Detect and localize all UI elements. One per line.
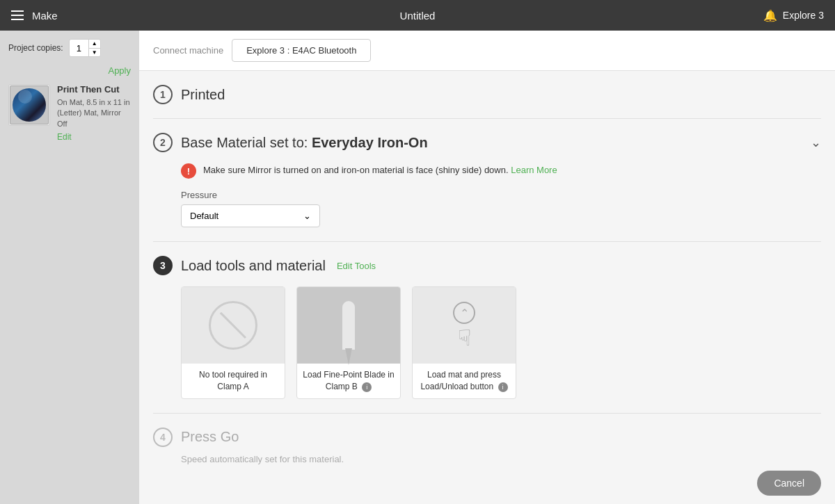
document-title: Untitled bbox=[400, 10, 436, 22]
warning-icon: ! bbox=[181, 163, 196, 179]
tool-3-info-icon[interactable]: i bbox=[498, 382, 508, 392]
explore-label[interactable]: Explore 3 bbox=[783, 10, 824, 21]
header: Make Untitled 🔔 Explore 3 bbox=[0, 0, 835, 31]
pressure-label: Pressure bbox=[181, 190, 821, 200]
step-2-content: ! Make sure Mirror is turned on and iron… bbox=[153, 163, 821, 227]
main-content: Connect machine Explore 3 : E4AC Bluetoo… bbox=[139, 31, 835, 504]
steps-container: 1 Printed 2 Base Material set to: Everyd… bbox=[139, 71, 835, 492]
step-4-circle: 4 bbox=[153, 428, 173, 447]
layout: Project copies: 1 ▲ ▼ Apply Print Then C… bbox=[0, 31, 835, 504]
step-4-header: 4 Press Go bbox=[153, 428, 821, 447]
copies-down-arrow[interactable]: ▼ bbox=[89, 48, 100, 57]
tool-image-2 bbox=[297, 287, 400, 364]
step-2-header: 2 Base Material set to: Everyday Iron-On… bbox=[153, 133, 821, 152]
tools-grid: No tool required in Clamp A Load Fine-Po… bbox=[153, 286, 821, 399]
tool-2-info-icon[interactable]: i bbox=[362, 382, 372, 392]
step-2-material: Everyday Iron-On bbox=[312, 135, 428, 150]
no-tool-icon bbox=[209, 301, 257, 350]
project-copies-row: Project copies: 1 ▲ ▼ bbox=[8, 39, 131, 57]
pressure-chevron-icon: ⌄ bbox=[303, 211, 311, 221]
step-1-title: Printed bbox=[181, 87, 225, 103]
step-3-title: Load tools and material bbox=[181, 258, 326, 274]
warning-box: ! Make sure Mirror is turned on and iron… bbox=[181, 163, 821, 179]
step-4-subtitle: Speed automatically set for this materia… bbox=[153, 454, 821, 464]
pressure-select[interactable]: Default ⌄ bbox=[181, 204, 320, 227]
tool-label-1: No tool required in Clamp A bbox=[182, 364, 285, 398]
copies-up-arrow[interactable]: ▲ bbox=[89, 40, 100, 48]
step-3-header: 3 Load tools and material Edit Tools bbox=[153, 256, 821, 275]
step-3: 3 Load tools and material Edit Tools No … bbox=[153, 242, 821, 414]
edit-tools-link[interactable]: Edit Tools bbox=[337, 261, 376, 271]
step-2-circle: 2 bbox=[153, 133, 173, 152]
step-4-title: Press Go bbox=[181, 429, 239, 445]
project-details: On Mat, 8.5 in x 11 in (Letter) Mat, Mir… bbox=[57, 97, 131, 129]
footer: Cancel bbox=[743, 462, 835, 504]
step-2: 2 Base Material set to: Everyday Iron-On… bbox=[153, 119, 821, 242]
step-1-header: 1 Printed bbox=[153, 85, 821, 104]
tool-label-3: Load mat and press Load/Unload button i bbox=[413, 364, 516, 398]
load-button-circle: ⌃ bbox=[453, 302, 475, 324]
project-name: Print Then Cut bbox=[57, 84, 131, 95]
tool-label-2: Load Fine-Point Blade in Clamp B i bbox=[297, 364, 400, 398]
connect-machine-label: Connect machine bbox=[153, 45, 223, 56]
tool-card-3: ⌃ ☟ Load mat and press Load/Unload butto… bbox=[412, 286, 516, 399]
bell-icon[interactable]: 🔔 bbox=[763, 9, 777, 22]
copies-value[interactable]: 1 bbox=[70, 40, 88, 56]
warning-text: Make sure Mirror is turned on and iron-o… bbox=[203, 163, 557, 177]
project-copies-label: Project copies: bbox=[8, 43, 63, 53]
apply-button[interactable]: Apply bbox=[8, 65, 131, 76]
learn-more-link[interactable]: Learn More bbox=[511, 165, 557, 175]
step-3-circle: 3 bbox=[153, 256, 173, 275]
project-thumbnail bbox=[8, 84, 50, 126]
topbar: Connect machine Explore 3 : E4AC Bluetoo… bbox=[139, 31, 835, 71]
step-2-title: Base Material set to: Everyday Iron-On bbox=[181, 135, 428, 151]
step-4: 4 Press Go Speed automatically set for t… bbox=[153, 414, 821, 478]
sidebar: Project copies: 1 ▲ ▼ Apply Print Then C… bbox=[0, 31, 139, 504]
thumbnail-image bbox=[13, 88, 46, 122]
edit-link[interactable]: Edit bbox=[57, 132, 131, 142]
tool-card-1: No tool required in Clamp A bbox=[181, 286, 285, 399]
app-name: Make bbox=[32, 10, 58, 22]
header-left: Make bbox=[11, 10, 58, 22]
hamburger-icon[interactable] bbox=[11, 10, 24, 20]
step-1-circle: 1 bbox=[153, 85, 173, 104]
pressure-value: Default bbox=[190, 211, 218, 221]
step-1: 1 Printed bbox=[153, 71, 821, 119]
project-item: Print Then Cut On Mat, 8.5 in x 11 in (L… bbox=[8, 84, 131, 142]
connect-machine-button[interactable]: Explore 3 : E4AC Bluetooth bbox=[232, 39, 371, 62]
step-2-expand-icon[interactable]: ⌄ bbox=[811, 135, 821, 150]
hand-pointing-icon: ☟ bbox=[458, 327, 471, 349]
tool-card-2: Load Fine-Point Blade in Clamp B i bbox=[296, 286, 401, 399]
tool-image-1 bbox=[182, 287, 285, 364]
header-right: 🔔 Explore 3 bbox=[763, 9, 824, 22]
cancel-button[interactable]: Cancel bbox=[757, 471, 821, 496]
project-info: Print Then Cut On Mat, 8.5 in x 11 in (L… bbox=[57, 84, 131, 142]
step-2-prefix: Base Material set to: bbox=[181, 135, 312, 150]
tool-image-3: ⌃ ☟ bbox=[413, 287, 516, 364]
